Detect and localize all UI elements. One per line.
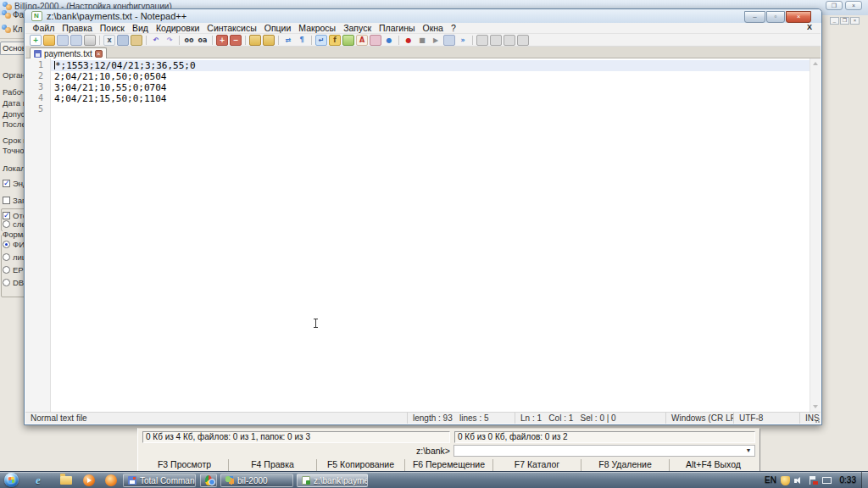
toolbar-show-symbol-icon[interactable]: ¶	[296, 35, 308, 46]
menu-item-10[interactable]: Окна	[419, 23, 447, 33]
sidebar-radio-3[interactable]: ЕРИ	[3, 265, 24, 274]
volume-icon[interactable]	[794, 476, 804, 485]
tc-fkey-button-6[interactable]: Alt+F4 Выход	[669, 459, 757, 471]
close-button[interactable]: ×	[786, 11, 811, 23]
menu-item-8[interactable]: Запуск	[340, 23, 376, 33]
show-desktop-button[interactable]	[861, 472, 868, 488]
toolbar-sync-horizontal-icon[interactable]	[263, 35, 275, 46]
tab-payments[interactable]: payments.txt ×	[30, 47, 107, 58]
radio-icon[interactable]	[3, 279, 10, 286]
wmp-icon[interactable]	[83, 474, 95, 486]
toolbar-clipboard-history-icon[interactable]	[370, 35, 381, 46]
menu-item-2[interactable]: Поиск	[96, 23, 128, 33]
taskbar-button-total-commander[interactable]: Total Command...	[123, 474, 196, 487]
editor-area[interactable]: 12345 *;1553;12/04/21;3;36,55;02;04/21;1…	[25, 58, 821, 412]
toolbar-sync-vertical-icon[interactable]	[249, 35, 261, 46]
toolbar-doc-switch-icon[interactable]	[476, 35, 488, 46]
toolbar-cut-icon[interactable]: x	[103, 35, 115, 46]
toolbar-doc-fullscreen-icon[interactable]	[504, 35, 515, 46]
explorer-icon[interactable]	[60, 476, 72, 485]
billing-restore-button[interactable]: ❐	[826, 1, 843, 10]
toolbar-view-switch-icon[interactable]: ⇄	[282, 35, 294, 46]
text-content[interactable]: *;1553;12/04/21;3;36,55;02;04/21;10,50;0…	[51, 58, 810, 412]
toolbar-doc-monitor-icon[interactable]: ●	[383, 35, 395, 46]
toolbar-zoom-out-icon[interactable]: −	[230, 35, 242, 46]
menu-item-0[interactable]: Файл	[29, 23, 58, 33]
toolbar-edit-marker-icon[interactable]: A	[356, 35, 368, 46]
billing-toolbar-item-0[interactable]: Фай	[13, 10, 24, 19]
toolbar-doc-clone-icon[interactable]	[490, 35, 502, 46]
taskbar-button-billing[interactable]: bil-2000	[220, 474, 293, 487]
toolbar-print-icon[interactable]	[84, 35, 96, 46]
menu-item-5[interactable]: Синтаксисы	[203, 23, 260, 33]
toolbar-play-macro-icon[interactable]: ▶	[430, 35, 442, 46]
toolbar-save-all-icon[interactable]	[70, 35, 82, 46]
radio-icon[interactable]	[3, 220, 10, 228]
start-button[interactable]	[4, 473, 19, 487]
toolbar-save-icon[interactable]	[57, 35, 69, 46]
toolbar-run-macro-icon[interactable]: »	[457, 35, 469, 46]
tc-fkey-button-0[interactable]: F3 Просмотр	[141, 459, 228, 471]
action-center-icon[interactable]	[808, 476, 817, 485]
toolbar-new-file-icon[interactable]: +	[30, 35, 42, 46]
editor-line[interactable]: 4;04/21;15,50;0;1104	[51, 93, 810, 104]
update-icon[interactable]	[781, 476, 790, 485]
toolbar-undo-icon[interactable]: ↶	[150, 35, 162, 46]
tc-fkey-button-1[interactable]: F4 Правка	[228, 459, 316, 471]
toolbar-find-icon[interactable]: oo	[183, 35, 195, 46]
maximize-button[interactable]: ▫	[766, 11, 785, 23]
menu-item-11[interactable]: ?	[447, 23, 459, 33]
tc-fkey-button-4[interactable]: F7 Каталог	[492, 459, 581, 471]
checkbox-icon[interactable]	[3, 180, 10, 187]
toolbar-redo-icon[interactable]: ↷	[164, 35, 175, 46]
toolbar-zoom-in-icon[interactable]: +	[216, 35, 228, 46]
menu-item-6[interactable]: Опции	[260, 23, 295, 33]
menu-item-1[interactable]: Правка	[58, 23, 96, 33]
taskbar-button-chrome[interactable]	[200, 474, 217, 487]
sidebar-radio-0[interactable]: след	[3, 219, 24, 229]
notepad-titlebar[interactable]: z:\bank\payments.txt - Notepad++ – ▫ ×	[25, 9, 821, 23]
tc-dropdown-icon[interactable]: ▼	[743, 446, 754, 455]
mdi-close-button[interactable]: ×	[850, 17, 860, 25]
sidebar-checkbox-0[interactable]: Энд	[3, 179, 24, 188]
editor-line[interactable]	[51, 104, 810, 115]
taskbar-button-notepadpp[interactable]: z:\bank\paymen...	[297, 474, 368, 487]
billing-toolbar-item-1[interactable]: Кл	[13, 25, 23, 34]
language-indicator[interactable]: EN	[765, 475, 776, 485]
editor-line[interactable]: 3;04/21;10,55;0;0704	[51, 82, 810, 93]
mdi-restore-button[interactable]: ❐	[840, 17, 849, 25]
radio-icon[interactable]	[3, 266, 10, 274]
taskbar-clock[interactable]: 0:33	[840, 475, 856, 485]
tab-close-icon[interactable]: ×	[95, 50, 103, 58]
toolbar-copy-icon[interactable]	[117, 35, 129, 46]
sidebar-radio-2[interactable]: лиц	[3, 252, 24, 262]
editor-line[interactable]: 2;04/21;10,50;0;0504	[51, 71, 810, 82]
menu-item-7[interactable]: Макросы	[295, 23, 340, 33]
checkbox-icon[interactable]	[3, 197, 10, 204]
menu-item-9[interactable]: Плагины	[375, 23, 419, 33]
billing-close-button[interactable]: ×	[845, 1, 862, 10]
menu-item-4[interactable]: Кодировки	[152, 23, 203, 33]
toolbar-stop-macro-icon[interactable]: ■	[416, 35, 428, 46]
vertical-scrollbar[interactable]	[810, 58, 821, 412]
sidebar-radio-4[interactable]: DBF	[3, 278, 24, 287]
network-icon[interactable]	[821, 476, 831, 485]
menu-item-3[interactable]: Вид	[128, 23, 152, 33]
tc-command-input[interactable]	[453, 445, 755, 457]
tc-fkey-button-2[interactable]: F5 Копирование	[316, 459, 404, 471]
menu-close-button[interactable]: X	[807, 23, 812, 31]
toolbar-doc-map-icon[interactable]	[342, 35, 354, 46]
sidebar-radio-1[interactable]: ФИО	[3, 240, 24, 249]
toolbar-replace-icon[interactable]: oa	[197, 35, 209, 46]
toolbar-paste-icon[interactable]	[131, 35, 142, 46]
firefox-icon[interactable]	[105, 474, 117, 486]
toolbar-function-list-icon[interactable]: f	[329, 35, 341, 46]
toolbar-save-macro-icon[interactable]	[443, 35, 455, 46]
tc-fkey-button-3[interactable]: F6 Перемещение	[404, 459, 492, 471]
toolbar-record-macro-icon[interactable]: ●	[403, 35, 415, 46]
radio-icon[interactable]	[3, 253, 10, 261]
billing-tab-main[interactable]: Основн	[0, 42, 24, 55]
toolbar-doc-post-it-icon[interactable]	[517, 35, 529, 46]
radio-icon[interactable]	[3, 241, 10, 248]
sidebar-checkbox-1[interactable]: Зап	[3, 196, 24, 205]
